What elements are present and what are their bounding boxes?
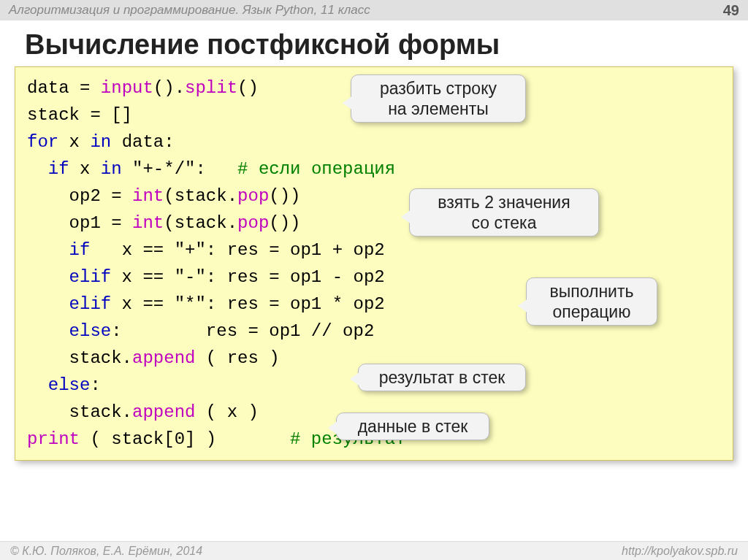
page-number: 49 xyxy=(723,2,739,19)
code-block: data = input().split() stack = [] for x … xyxy=(15,66,733,461)
callout-pop: взять 2 значения со стека xyxy=(409,188,599,237)
header-bar: Алгоритмизация и программирование. Язык … xyxy=(0,0,748,20)
callout-result-stack: результат в стек xyxy=(358,364,526,391)
page-title: Вычисление постфиксной формы xyxy=(0,20,748,66)
source-url: http://kpolyakov.spb.ru xyxy=(622,545,738,558)
footer-bar: © К.Ю. Поляков, Е.А. Ерёмин, 2014 http:/… xyxy=(0,541,748,560)
callout-split: разбить строку на элементы xyxy=(351,74,526,123)
subject-text: Алгоритмизация и программирование. Язык … xyxy=(9,3,370,18)
callout-operation: выполнить операцию xyxy=(526,277,657,326)
copyright: © К.Ю. Поляков, Е.А. Ерёмин, 2014 xyxy=(10,545,202,558)
callout-data-stack: данные в стек xyxy=(336,413,489,440)
code-content: data = input().split() stack = [] for x … xyxy=(27,74,721,453)
